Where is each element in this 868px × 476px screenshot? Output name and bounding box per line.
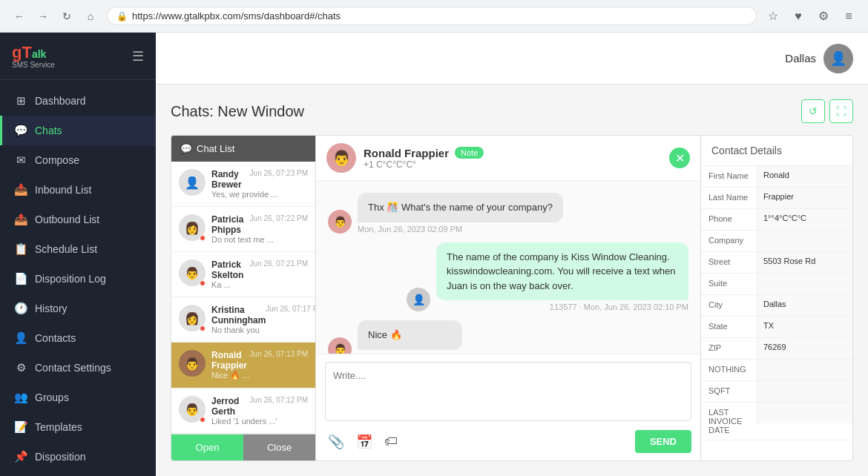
detail-label: City	[701, 295, 757, 314]
sidebar-item-inbound-list[interactable]: 📥 Inbound List	[0, 175, 156, 205]
list-item[interactable]: 👨 Jerrod Gerth Jun 26, 07:12 PM Liked '1…	[171, 389, 315, 434]
msg-avatar: 👨	[328, 210, 352, 234]
msg-bubble: Thx 🎊 What's the name of your company?	[358, 193, 563, 222]
contact-name: Patricia Phipps	[211, 214, 250, 235]
contacts-icon: 👤	[14, 331, 27, 345]
sidebar-item-label: Templates	[35, 421, 82, 433]
contact-name: Randy Brewer	[211, 169, 250, 190]
detail-label: NOTHING	[701, 360, 757, 379]
chat-list-footer: Open Close	[171, 434, 315, 460]
sidebar-item-schedule-list[interactable]: 📋 Schedule List	[0, 234, 156, 264]
list-item[interactable]: 👤 Randy Brewer Jun 26, 07:23 PM Yes, we …	[171, 162, 315, 207]
detail-row: First Name Ronald	[701, 166, 852, 188]
list-item[interactable]: 👩 Patricia Phipps Jun 26, 07:22 PM Do no…	[171, 207, 315, 252]
detail-label: Suite	[701, 274, 757, 293]
home-button[interactable]: ⌂	[80, 6, 101, 27]
detail-row: SQFT	[701, 381, 852, 403]
page-title: Chats: New Window	[171, 103, 304, 120]
page-header: Chats: New Window ↺ ⛶	[171, 99, 853, 123]
address-bar[interactable]: 🔒 https://www.gtalkpbx.com/sms/dashboard…	[107, 7, 757, 25]
detail-label: Phone	[701, 209, 757, 228]
detail-value: 5503 Rose Rd	[757, 252, 852, 273]
compose-icon: ✉	[14, 153, 27, 167]
refresh-button[interactable]: ↺	[801, 99, 825, 123]
detail-row: Company	[701, 231, 852, 252]
detail-label: First Name	[701, 166, 757, 185]
detail-value: 76269	[757, 338, 852, 359]
avatar-icon: 👤	[830, 50, 846, 67]
sidebar: gTalk SMS Service ☰ ⊞ Dashboard 💬 Chats …	[0, 33, 156, 476]
send-button[interactable]: SEND	[635, 430, 691, 453]
logo-text: gTalk	[12, 43, 46, 62]
attachment-button[interactable]: 📎	[325, 431, 347, 453]
chat-avatar: 👤	[179, 169, 206, 196]
tag-button[interactable]: 🏷	[381, 431, 401, 453]
page-content: Chats: New Window ↺ ⛶ 💬 Chat List �	[156, 85, 868, 476]
message-row: 👨 Nice 🔥 Mon, Jun 26, 2023 02:13 PM	[328, 320, 688, 354]
sidebar-item-label: Disposition Log	[35, 273, 106, 285]
compose-textarea[interactable]	[325, 362, 691, 421]
sidebar-item-label: Compose	[35, 154, 79, 166]
list-item[interactable]: 👨 Patrick Skelton Jun 26, 07:21 PM Ka ..…	[171, 252, 315, 297]
detail-label: SQFT	[701, 381, 757, 400]
chat-main: 👨 Ronald Frappier Note +1 C°C°C°C° ✕	[316, 136, 700, 460]
menu-button[interactable]: ≡	[838, 6, 859, 27]
extensions-button[interactable]: ⚙	[813, 6, 834, 27]
chat-preview: Do not text me ...	[211, 235, 308, 244]
contact-avatar: 👨	[326, 143, 356, 173]
chat-preview: Yes, we provide ...	[211, 190, 308, 199]
contact-name: Patrick Skelton	[211, 260, 250, 280]
detail-value	[757, 274, 852, 294]
sidebar-item-label: Dashboard	[35, 95, 86, 107]
lock-icon: 🔒	[116, 11, 128, 22]
inbound-icon: 📥	[14, 183, 27, 196]
forward-button[interactable]: →	[33, 6, 53, 27]
sidebar-item-outbound-list[interactable]: 📤 Outbound List	[0, 205, 156, 234]
close-button[interactable]: Close	[243, 434, 315, 460]
sidebar-item-chats[interactable]: 💬 Chats	[0, 116, 156, 145]
hamburger-icon[interactable]: ☰	[132, 48, 144, 65]
bookmark-button[interactable]: ☆	[763, 6, 783, 27]
reload-button[interactable]: ↻	[56, 6, 77, 27]
sidebar-item-history[interactable]: 🕐 History	[0, 294, 156, 323]
sidebar-item-compose[interactable]: ✉ Compose	[0, 145, 156, 175]
list-item[interactable]: 👩 Kristina Cunningham Jun 26, 07:17 PM N…	[171, 297, 315, 343]
avatar: 👤	[823, 44, 853, 73]
chat-preview: Ka ...	[211, 280, 308, 289]
open-button[interactable]: Open	[171, 434, 243, 460]
disposition-log-icon: 📄	[14, 272, 27, 285]
chats-icon: 💬	[14, 124, 27, 137]
sidebar-item-disposition[interactable]: 📌 Disposition	[0, 442, 156, 472]
chat-time: Jun 26, 07:21 PM	[250, 260, 308, 268]
message-row: The name of the company is Kiss Window C…	[328, 242, 688, 312]
sidebar-item-audit-log[interactable]: 📊 Audit Log	[0, 472, 156, 476]
chat-preview: Liked '1 unders ...'	[211, 417, 308, 426]
sidebar-item-label: Chats	[35, 125, 62, 136]
compose-footer: 📎 📅 🏷 SEND	[325, 430, 691, 453]
messages-area: 👨 Thx 🎊 What's the name of your company?…	[316, 181, 700, 354]
expand-button[interactable]: ⛶	[829, 99, 853, 123]
shield-button[interactable]: ♥	[788, 6, 809, 27]
sidebar-item-templates[interactable]: 📝 Templates	[0, 412, 156, 442]
contact-name: Jerrod Gerth	[211, 396, 250, 417]
outbound-icon: 📤	[14, 213, 27, 226]
detail-value: 1°°4°C°C°C	[757, 209, 852, 230]
detail-value	[757, 360, 852, 380]
chat-avatar: 👨	[179, 396, 206, 423]
note-badge[interactable]: Note	[455, 147, 484, 159]
sidebar-item-disposition-log[interactable]: 📄 Disposition Log	[0, 264, 156, 294]
contact-details-panel: Contact Details First Name Ronald Last N…	[700, 136, 852, 460]
list-item[interactable]: 👨 Ronald Frappier Jun 26, 07:13 PM Nice …	[171, 343, 315, 389]
msg-time: Mon, Jun 26, 2023 02:09 PM	[358, 225, 563, 234]
contact-phone: +1 C°C°C°C°	[364, 159, 662, 170]
back-button[interactable]: ←	[9, 6, 30, 27]
calendar-button[interactable]: 📅	[353, 431, 375, 453]
sidebar-item-label: Inbound List	[35, 184, 91, 196]
sidebar-item-contact-settings[interactable]: ⚙ Contact Settings	[0, 353, 156, 383]
sidebar-item-groups[interactable]: 👥 Groups	[0, 383, 156, 412]
sidebar-item-contacts[interactable]: 👤 Contacts	[0, 323, 156, 353]
contact-name: Ronald Frappier	[211, 350, 250, 371]
chat-list: 👤 Randy Brewer Jun 26, 07:23 PM Yes, we …	[171, 162, 315, 434]
close-chat-button[interactable]: ✕	[669, 148, 690, 168]
sidebar-item-dashboard[interactable]: ⊞ Dashboard	[0, 86, 156, 116]
